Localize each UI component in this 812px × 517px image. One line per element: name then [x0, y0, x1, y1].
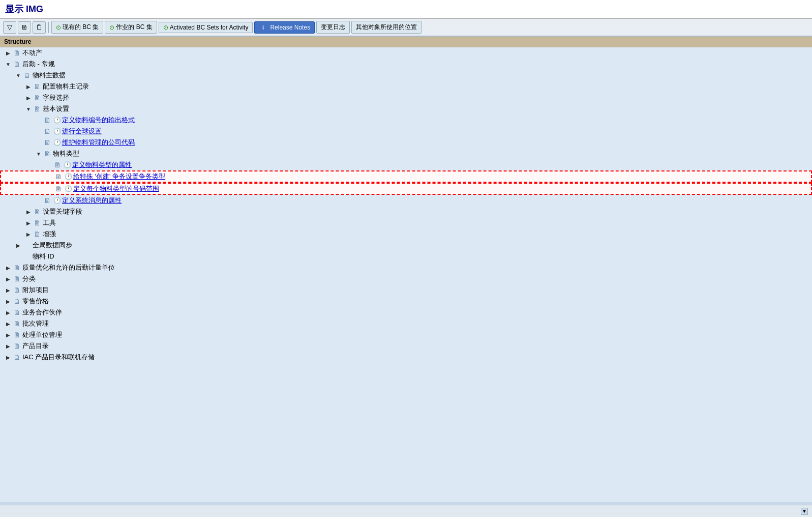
- other-locations-label: 其他对象所使用的位置: [356, 23, 417, 32]
- tree-row[interactable]: ▶🗎🕐定义物料类型的属性: [0, 159, 812, 170]
- tree-expander[interactable]: ▼: [14, 71, 22, 79]
- doc-icon: 🗎: [33, 82, 42, 91]
- tree-row[interactable]: ▶🗎设置关键字段: [0, 206, 812, 217]
- clock-icon: 🕐: [53, 196, 61, 205]
- tree-row[interactable]: ▶🗎🕐定义系统消息的属性: [0, 195, 812, 206]
- tree-row[interactable]: ▶🗎🕐进行全球设置: [0, 126, 812, 137]
- tree-row[interactable]: ▶🗎IAC 产品目录和联机存储: [0, 352, 812, 363]
- tree-expander[interactable]: ▶: [24, 219, 33, 227]
- title-bar: 显示 IMG: [0, 0, 812, 19]
- tree-row[interactable]: ▶🗎批次管理: [0, 318, 812, 329]
- change-log-btn[interactable]: 变更日志: [316, 21, 350, 34]
- tree-row[interactable]: ▶🗎字段选择: [0, 92, 812, 103]
- doc1-icon: 🗎: [21, 23, 28, 31]
- doc-icon: 🗎: [12, 297, 21, 305]
- tree-expander[interactable]: ▶: [24, 208, 33, 216]
- filter-btn[interactable]: ▽: [3, 21, 16, 34]
- tree-row[interactable]: ▶🗎🕐定义物料编号的输出格式: [0, 114, 812, 126]
- tree-expander[interactable]: ▶: [4, 342, 12, 350]
- tree-row[interactable]: ▶🗎业务合作伙伴: [0, 307, 812, 318]
- tree-node-label: 全局数据同步: [33, 241, 72, 250]
- clock-icon: 🕐: [64, 185, 72, 193]
- tree-row[interactable]: ▶🗎🕐维护物料管理的公司代码: [0, 137, 812, 148]
- tree-expander[interactable]: ▶: [4, 264, 12, 272]
- tree-node-label: 进行全球设置: [62, 127, 102, 136]
- tree-row[interactable]: ▼🗎后勤 - 常规: [0, 59, 812, 70]
- tree-expander[interactable]: ▶: [14, 241, 22, 249]
- tree-expander[interactable]: ▶: [24, 94, 33, 102]
- doc-icon: 🗎: [12, 353, 21, 361]
- doc-icon: 🗎: [54, 173, 63, 181]
- tree-row[interactable]: ▶全局数据同步: [0, 240, 812, 251]
- tree-node-label: 后勤 - 常规: [22, 60, 55, 69]
- doc-icon: 🗎: [43, 196, 52, 205]
- tree-expander[interactable]: ▶: [4, 353, 12, 361]
- release-notes-btn[interactable]: i Release Notes: [254, 21, 315, 34]
- tree-expander[interactable]: ▼: [24, 105, 33, 113]
- tree-expander[interactable]: ▼: [4, 60, 12, 68]
- tree-node-label: 维护物料管理的公司代码: [62, 138, 135, 147]
- tree-row[interactable]: ▶🗎产品目录: [0, 340, 812, 352]
- tree-row[interactable]: ▶🗎工具: [0, 217, 812, 228]
- tree-node-label: 质量优化和允许的后勤计量单位: [22, 263, 115, 272]
- tree-expander[interactable]: ▶: [24, 230, 33, 238]
- clock-icon: 🕐: [53, 116, 61, 124]
- doc-icon: 🗎: [43, 127, 52, 135]
- tree-row[interactable]: ▼🗎物料类型: [0, 148, 812, 159]
- tree-row[interactable]: ▶🗎🕐定义每个物料类型的号码范围: [0, 183, 812, 195]
- tree-node-label: 零售价格: [22, 297, 49, 306]
- tree-expander[interactable]: ▶: [4, 308, 12, 317]
- tree-row[interactable]: ▼🗎物料主数据: [0, 70, 812, 81]
- tree-node-label: 增强: [43, 229, 56, 239]
- doc-icon: 🗎: [33, 94, 42, 102]
- tree-expander[interactable]: ▶: [4, 297, 12, 305]
- tree-row[interactable]: ▶🗎配置物料主记录: [0, 81, 812, 92]
- clock-icon: 🕐: [53, 127, 61, 135]
- bc-work-btn[interactable]: ⊙ 作业的 BC 集: [105, 21, 157, 34]
- tree-expander[interactable]: ▼: [35, 150, 43, 158]
- tree-node-label: IAC 产品目录和联机存储: [22, 353, 95, 362]
- tree-expander[interactable]: ▶: [4, 320, 12, 328]
- tree-expander[interactable]: ▶: [4, 331, 12, 339]
- bc-work-icon: ⊙: [109, 24, 114, 31]
- tree-row[interactable]: ▶🗎🕐给特殊 '创建' 争务设置争务类型: [0, 170, 812, 183]
- doc-icon: 🗎: [12, 320, 21, 328]
- tree-row[interactable]: ▼🗎基本设置: [0, 103, 812, 114]
- tree-expander[interactable]: ▶: [4, 275, 12, 283]
- tree-row[interactable]: ▶🗎零售价格: [0, 296, 812, 307]
- doc-icon: 🗎: [12, 331, 21, 339]
- tree-row[interactable]: ▶🗎增强: [0, 228, 812, 240]
- info-icon: i: [259, 23, 267, 32]
- tree-expander[interactable]: ▶: [24, 82, 33, 91]
- tree-row[interactable]: ▶🗎附加项目: [0, 284, 812, 296]
- tree-row[interactable]: ▶🗎处理单位管理: [0, 329, 812, 340]
- doc1-btn[interactable]: 🗎: [18, 21, 31, 34]
- doc-icon: 🗎: [12, 308, 21, 317]
- tree-row[interactable]: ▶🗎不动产: [0, 47, 812, 59]
- clock-icon: 🕐: [53, 138, 61, 147]
- tree-row[interactable]: ▶🗎分类: [0, 273, 812, 284]
- doc-icon: 🗎: [43, 116, 52, 124]
- clock-icon: 🕐: [63, 161, 71, 169]
- bc-activated-btn[interactable]: ⊙ Activated BC Sets for Activity: [159, 22, 253, 33]
- bc-existing-btn[interactable]: ⊙ 现有的 BC 集: [51, 21, 103, 34]
- tree-area[interactable]: ▶🗎不动产▼🗎后勤 - 常规▼🗎物料主数据▶🗎配置物料主记录▶🗎字段选择▼🗎基本…: [0, 47, 812, 502]
- bc-activated-icon: ⊙: [163, 24, 168, 31]
- tree-node-label: 定义每个物料类型的号码范围: [73, 184, 159, 193]
- doc-icon: 🗎: [22, 71, 32, 79]
- tree-node-label: 处理单位管理: [22, 330, 62, 339]
- doc-icon: 🗎: [12, 60, 21, 68]
- separator-1: [48, 22, 49, 33]
- section-header: Structure: [0, 37, 812, 47]
- tree-expander[interactable]: ▶: [4, 286, 12, 294]
- other-locations-btn[interactable]: 其他对象所使用的位置: [351, 21, 422, 34]
- doc2-btn[interactable]: 🗒: [33, 21, 46, 34]
- tree-node-label: 工具: [43, 218, 56, 227]
- tree-node-label: 不动产: [22, 48, 42, 58]
- tree-row[interactable]: ▶物料 ID: [0, 251, 812, 262]
- doc-icon: 🗎: [33, 208, 42, 216]
- tree-row[interactable]: ▶🗎质量优化和允许的后勤计量单位: [0, 262, 812, 273]
- scroll-indicator[interactable]: ▼: [801, 508, 808, 515]
- tree-node-label: 分类: [22, 274, 36, 283]
- tree-expander[interactable]: ▶: [4, 49, 12, 57]
